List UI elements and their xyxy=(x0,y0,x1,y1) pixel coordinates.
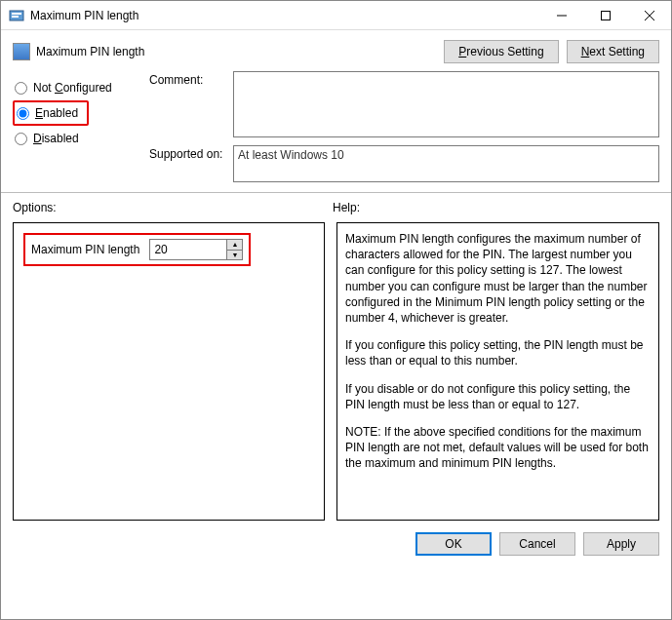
options-panel: Maximum PIN length ▲ ▼ xyxy=(13,222,325,521)
previous-setting-button[interactable]: Previous Setting xyxy=(444,40,558,63)
radio-enabled-input[interactable] xyxy=(17,107,29,120)
comment-input[interactable] xyxy=(233,71,659,137)
svg-rect-1 xyxy=(12,13,21,15)
supported-on-label: Supported on: xyxy=(149,145,233,161)
panel-headers: Options: Help: xyxy=(1,193,671,218)
minimize-button[interactable] xyxy=(539,1,583,29)
radio-disabled[interactable]: Disabled xyxy=(13,126,149,151)
max-pin-length-control: Maximum PIN length ▲ ▼ xyxy=(23,233,251,266)
spinner-down-button[interactable]: ▼ xyxy=(227,251,242,260)
help-text: Maximum PIN length configures the maximu… xyxy=(345,231,651,326)
close-button[interactable] xyxy=(627,1,671,29)
header-row: Maximum PIN length Previous Setting Next… xyxy=(1,30,671,69)
radio-not-configured-input[interactable] xyxy=(15,82,27,95)
max-pin-length-spinner[interactable]: ▲ ▼ xyxy=(149,239,243,260)
help-text: If you configure this policy setting, th… xyxy=(345,337,651,368)
radio-disabled-input[interactable] xyxy=(15,133,27,145)
comment-label: Comment: xyxy=(149,71,233,87)
spinner-up-button[interactable]: ▲ xyxy=(227,240,242,251)
apply-button[interactable]: Apply xyxy=(583,532,659,556)
help-label: Help: xyxy=(333,201,360,214)
help-text: If you disable or do not configure this … xyxy=(345,381,651,412)
help-panel[interactable]: Maximum PIN length configures the maximu… xyxy=(336,222,659,521)
policy-icon xyxy=(9,8,24,23)
svg-rect-4 xyxy=(601,11,610,19)
state-area: Not Configured Enabled Disabled Comment:… xyxy=(1,69,671,193)
next-setting-button[interactable]: Next Setting xyxy=(567,40,659,63)
max-pin-length-label: Maximum PIN length xyxy=(31,243,139,256)
dialog-buttons: OK Cancel Apply xyxy=(1,521,671,567)
svg-rect-2 xyxy=(12,16,19,18)
policy-header-icon xyxy=(13,43,30,60)
help-text: NOTE: If the above specified conditions … xyxy=(345,424,651,472)
maximize-button[interactable] xyxy=(583,1,627,29)
state-radio-group: Not Configured Enabled Disabled xyxy=(13,71,149,182)
titlebar: Maximum PIN length xyxy=(1,1,671,30)
options-label: Options: xyxy=(13,201,333,214)
ok-button[interactable]: OK xyxy=(415,532,492,556)
window-title: Maximum PIN length xyxy=(30,9,539,22)
supported-on-value: At least Windows 10 xyxy=(233,145,659,182)
cancel-button[interactable]: Cancel xyxy=(499,532,575,556)
policy-title: Maximum PIN length xyxy=(13,43,436,60)
max-pin-length-input[interactable] xyxy=(150,240,226,259)
radio-not-configured[interactable]: Not Configured xyxy=(13,75,149,100)
radio-enabled[interactable]: Enabled xyxy=(13,100,89,126)
policy-title-text: Maximum PIN length xyxy=(36,45,144,58)
body-row: Maximum PIN length ▲ ▼ Maximum PIN lengt… xyxy=(1,218,671,521)
